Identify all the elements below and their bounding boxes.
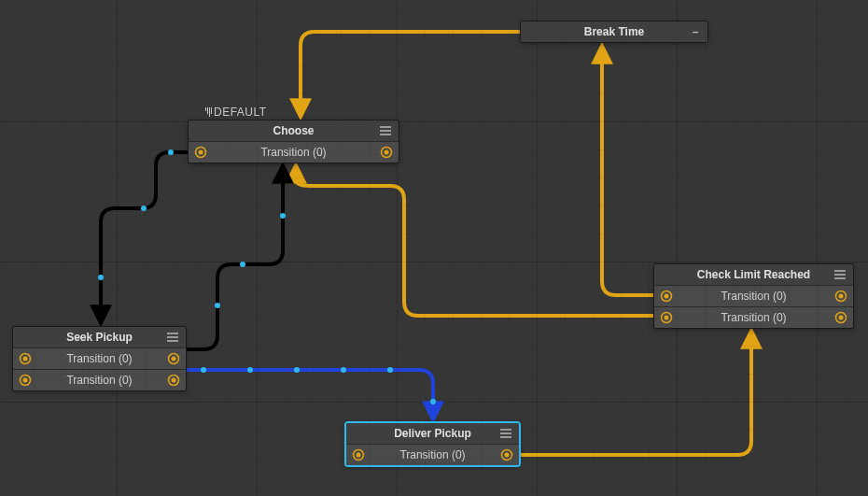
svg-point-21 <box>23 378 28 383</box>
output-port-icon[interactable] <box>834 290 847 303</box>
wires-layer <box>0 0 868 496</box>
node-title: Break Time <box>539 25 689 38</box>
output-port-icon[interactable] <box>167 374 180 387</box>
output-port-icon[interactable] <box>380 146 393 159</box>
svg-point-2 <box>98 275 104 280</box>
transition-row[interactable]: Transition (0) <box>654 285 853 306</box>
svg-point-33 <box>665 316 669 320</box>
svg-point-4 <box>240 262 245 267</box>
svg-point-15 <box>385 150 389 155</box>
node-header[interactable]: Break Time – <box>521 21 707 42</box>
svg-point-1 <box>141 205 147 211</box>
svg-point-5 <box>280 213 286 219</box>
transition-label: Transition (0) <box>207 146 380 159</box>
transition-row[interactable]: Transition (0) <box>189 141 399 163</box>
node-header[interactable]: Check Limit Reached <box>654 264 853 285</box>
output-port-icon[interactable] <box>167 352 180 365</box>
transition-row[interactable]: Transition (0) <box>13 369 186 390</box>
input-port-icon[interactable] <box>19 352 32 365</box>
svg-point-9 <box>341 367 346 373</box>
svg-point-11 <box>430 399 436 404</box>
default-tag: DEFAULT <box>205 106 267 119</box>
output-port-icon[interactable] <box>834 311 847 324</box>
node-header[interactable]: Deliver Pickup <box>346 423 519 444</box>
svg-point-25 <box>357 453 361 458</box>
svg-point-13 <box>199 150 203 155</box>
menu-icon[interactable] <box>500 429 513 438</box>
svg-point-3 <box>215 303 220 308</box>
node-break-time[interactable]: Break Time – <box>521 21 707 42</box>
node-title: Deliver Pickup <box>365 427 500 440</box>
transition-label: Transition (0) <box>673 290 834 303</box>
transition-label: Transition (0) <box>32 374 167 387</box>
svg-point-19 <box>172 357 176 361</box>
svg-point-17 <box>23 357 28 361</box>
svg-point-23 <box>172 378 176 383</box>
node-check-limit-reached[interactable]: Check Limit Reached Transition (0) Trans… <box>654 264 853 328</box>
node-seek-pickup[interactable]: Seek Pickup Transition (0) Transition (0… <box>13 327 186 390</box>
node-header[interactable]: Choose <box>189 120 399 141</box>
node-title: Seek Pickup <box>32 331 167 344</box>
menu-icon[interactable] <box>834 270 847 279</box>
output-port-icon[interactable] <box>500 448 513 461</box>
node-header[interactable]: Seek Pickup <box>13 327 186 347</box>
svg-point-27 <box>505 453 510 458</box>
transition-label: Transition (0) <box>32 352 167 365</box>
collapse-icon[interactable]: – <box>689 25 702 38</box>
svg-point-0 <box>168 149 174 155</box>
node-deliver-pickup[interactable]: Deliver Pickup Transition (0) <box>346 423 519 465</box>
input-port-icon[interactable] <box>352 448 365 461</box>
svg-point-31 <box>839 294 844 299</box>
node-choose[interactable]: DEFAULT Choose Transition (0) <box>189 120 399 163</box>
transition-row[interactable]: Transition (0) <box>654 306 853 328</box>
transition-row[interactable]: Transition (0) <box>346 444 519 465</box>
svg-point-35 <box>839 316 844 320</box>
transition-label: Transition (0) <box>673 311 834 324</box>
svg-point-10 <box>387 367 393 373</box>
menu-icon[interactable] <box>167 333 180 342</box>
transition-label: Transition (0) <box>365 448 500 461</box>
input-port-icon[interactable] <box>660 311 673 324</box>
menu-icon[interactable] <box>380 126 393 135</box>
input-port-icon[interactable] <box>194 146 207 159</box>
node-title: Check Limit Reached <box>673 268 834 281</box>
graph-canvas[interactable]: Break Time – DEFAULT Choose Transition (… <box>0 0 868 496</box>
svg-point-6 <box>201 367 206 373</box>
svg-point-8 <box>294 367 300 373</box>
node-title: Choose <box>207 124 380 137</box>
input-port-icon[interactable] <box>660 290 673 303</box>
svg-point-29 <box>665 294 669 299</box>
transition-row[interactable]: Transition (0) <box>13 347 186 369</box>
input-port-icon[interactable] <box>19 374 32 387</box>
svg-point-7 <box>247 367 253 373</box>
